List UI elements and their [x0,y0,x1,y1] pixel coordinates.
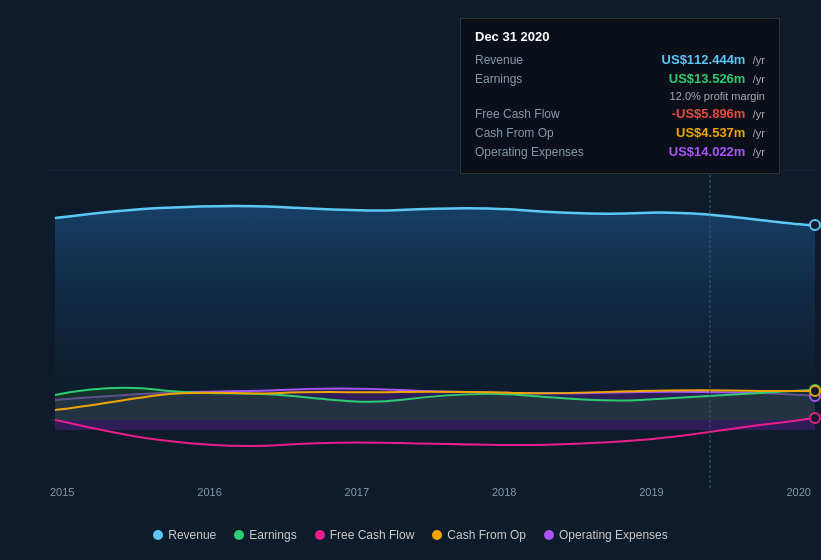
tooltip-cashop-row: Cash From Op US$4.537m /yr [475,125,765,140]
tooltip-box: Dec 31 2020 Revenue US$112.444m /yr Earn… [460,18,780,174]
tooltip-fcf-label: Free Cash Flow [475,107,605,121]
legend-item-fcf[interactable]: Free Cash Flow [315,528,415,542]
tooltip-date: Dec 31 2020 [475,29,765,44]
chart-container: Dec 31 2020 Revenue US$112.444m /yr Earn… [0,0,821,560]
legend-item-cashop[interactable]: Cash From Op [432,528,526,542]
legend-label-revenue: Revenue [168,528,216,542]
x-label-2018: 2018 [492,486,516,498]
x-label-2020: 2020 [786,486,810,498]
x-axis-labels: 2015 2016 2017 2018 2019 2020 [50,486,811,498]
legend-dot-earnings [234,530,244,540]
tooltip-earnings-row: Earnings US$13.526m /yr [475,71,765,86]
legend-item-revenue[interactable]: Revenue [153,528,216,542]
tooltip-margin-value: 12.0% profit margin [670,90,765,102]
tooltip-revenue-value: US$112.444m [662,52,746,67]
svg-point-8 [810,413,820,423]
tooltip-earnings-label: Earnings [475,72,605,86]
legend-label-cashop: Cash From Op [447,528,526,542]
tooltip-opex-label: Operating Expenses [475,145,605,159]
tooltip-earnings-per: /yr [753,73,765,85]
legend-label-fcf: Free Cash Flow [330,528,415,542]
tooltip-cashop-per: /yr [753,127,765,139]
legend-item-earnings[interactable]: Earnings [234,528,296,542]
tooltip-opex-value: US$14.022m [669,144,746,159]
x-label-2016: 2016 [197,486,221,498]
x-label-2017: 2017 [345,486,369,498]
legend-dot-revenue [153,530,163,540]
legend-label-earnings: Earnings [249,528,296,542]
legend-dot-cashop [432,530,442,540]
tooltip-fcf-per: /yr [753,108,765,120]
tooltip-cashop-label: Cash From Op [475,126,605,140]
legend-dot-opex [544,530,554,540]
tooltip-revenue-per: /yr [753,54,765,66]
x-label-2019: 2019 [639,486,663,498]
tooltip-revenue-row: Revenue US$112.444m /yr [475,52,765,67]
svg-point-7 [810,386,820,396]
x-label-2015: 2015 [50,486,74,498]
svg-point-4 [810,220,820,230]
tooltip-fcf-row: Free Cash Flow -US$5.896m /yr [475,106,765,121]
legend-dot-fcf [315,530,325,540]
tooltip-cashop-value: US$4.537m [676,125,745,140]
tooltip-opex-row: Operating Expenses US$14.022m /yr [475,144,765,159]
legend-label-opex: Operating Expenses [559,528,668,542]
tooltip-opex-per: /yr [753,146,765,158]
tooltip-margin-row: 12.0% profit margin [475,90,765,102]
tooltip-revenue-label: Revenue [475,53,605,67]
chart-legend: Revenue Earnings Free Cash Flow Cash Fro… [0,528,821,542]
tooltip-fcf-value: -US$5.896m [672,106,746,121]
tooltip-earnings-value: US$13.526m [669,71,746,86]
legend-item-opex[interactable]: Operating Expenses [544,528,668,542]
